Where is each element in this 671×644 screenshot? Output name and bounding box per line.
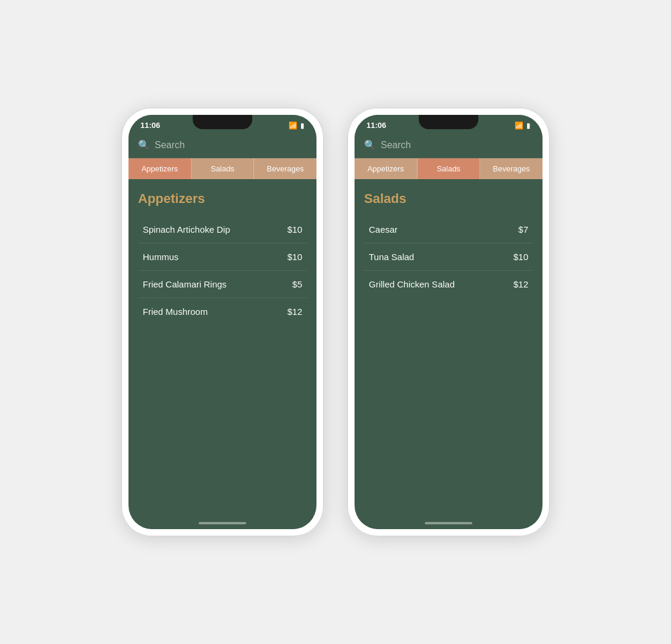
menu-item-2-2: Grilled Chicken Salad $12 bbox=[364, 271, 533, 298]
item-price-1-1: $10 bbox=[287, 252, 302, 262]
search-placeholder-1: Search bbox=[155, 140, 185, 151]
section-title-2: Salads bbox=[364, 191, 533, 207]
tab-beverages-2[interactable]: Beverages bbox=[480, 158, 543, 179]
search-bar-2[interactable]: 🔍 Search bbox=[355, 133, 543, 158]
status-time-1: 11:06 bbox=[140, 121, 160, 130]
item-name-2-0: Caesar bbox=[369, 224, 397, 235]
menu-item-1-0: Spinach Artichoke Dip $10 bbox=[138, 216, 307, 243]
item-name-1-0: Spinach Artichoke Dip bbox=[143, 224, 230, 235]
menu-item-2-0: Caesar $7 bbox=[364, 216, 533, 243]
item-price-1-2: $5 bbox=[292, 279, 302, 289]
phone-1: 11:06 📶 ▮ 🔍 Search Appetizers Salads Bev… bbox=[121, 108, 324, 536]
status-icons-2: 📶 ▮ bbox=[515, 121, 531, 130]
item-price-1-3: $12 bbox=[287, 307, 302, 317]
item-price-2-0: $7 bbox=[518, 224, 528, 235]
item-name-2-2: Grilled Chicken Salad bbox=[369, 279, 454, 289]
item-price-2-2: $12 bbox=[513, 279, 528, 289]
tab-appetizers-1[interactable]: Appetizers bbox=[128, 158, 192, 179]
status-icons-1: 📶 ▮ bbox=[289, 121, 305, 130]
phone-2: 11:06 📶 ▮ 🔍 Search Appetizers Salads Bev… bbox=[347, 108, 550, 536]
tab-appetizers-2[interactable]: Appetizers bbox=[355, 158, 418, 179]
wifi-icon-2: 📶 bbox=[515, 121, 523, 130]
wifi-icon-1: 📶 bbox=[289, 121, 297, 130]
battery-icon-2: ▮ bbox=[526, 121, 531, 130]
search-icon-1: 🔍 bbox=[138, 139, 150, 151]
home-bar-2 bbox=[425, 522, 472, 524]
home-indicator-1 bbox=[128, 517, 316, 529]
item-price-1-0: $10 bbox=[287, 224, 302, 235]
menu-item-1-2: Fried Calamari Rings $5 bbox=[138, 271, 307, 298]
menu-item-2-1: Tuna Salad $10 bbox=[364, 243, 533, 271]
section-title-1: Appetizers bbox=[138, 191, 307, 207]
status-time-2: 11:06 bbox=[366, 121, 386, 130]
battery-icon-1: ▮ bbox=[300, 121, 305, 130]
tab-bar-2: Appetizers Salads Beverages bbox=[355, 158, 543, 179]
tab-salads-1[interactable]: Salads bbox=[192, 158, 255, 179]
item-name-1-1: Hummus bbox=[143, 252, 178, 262]
search-icon-2: 🔍 bbox=[364, 139, 376, 151]
status-bar-2: 11:06 📶 ▮ bbox=[355, 115, 543, 133]
item-name-2-1: Tuna Salad bbox=[369, 252, 414, 262]
search-placeholder-2: Search bbox=[381, 140, 411, 151]
tab-salads-2[interactable]: Salads bbox=[418, 158, 481, 179]
item-price-2-1: $10 bbox=[513, 252, 528, 262]
status-bar-1: 11:06 📶 ▮ bbox=[128, 115, 316, 133]
item-name-1-2: Fried Calamari Rings bbox=[143, 279, 227, 289]
tab-beverages-1[interactable]: Beverages bbox=[254, 158, 316, 179]
home-bar-1 bbox=[199, 522, 246, 524]
item-name-1-3: Fried Mushroom bbox=[143, 307, 208, 317]
home-indicator-2 bbox=[355, 517, 543, 529]
content-2: Salads Caesar $7 Tuna Salad $10 Grilled … bbox=[355, 179, 543, 517]
menu-item-1-1: Hummus $10 bbox=[138, 243, 307, 271]
tab-bar-1: Appetizers Salads Beverages bbox=[128, 158, 316, 179]
menu-item-1-3: Fried Mushroom $12 bbox=[138, 298, 307, 325]
phone-2-screen: 11:06 📶 ▮ 🔍 Search Appetizers Salads Bev… bbox=[355, 115, 543, 529]
content-1: Appetizers Spinach Artichoke Dip $10 Hum… bbox=[128, 179, 316, 517]
search-bar-1[interactable]: 🔍 Search bbox=[128, 133, 316, 158]
phone-1-screen: 11:06 📶 ▮ 🔍 Search Appetizers Salads Bev… bbox=[128, 115, 316, 529]
